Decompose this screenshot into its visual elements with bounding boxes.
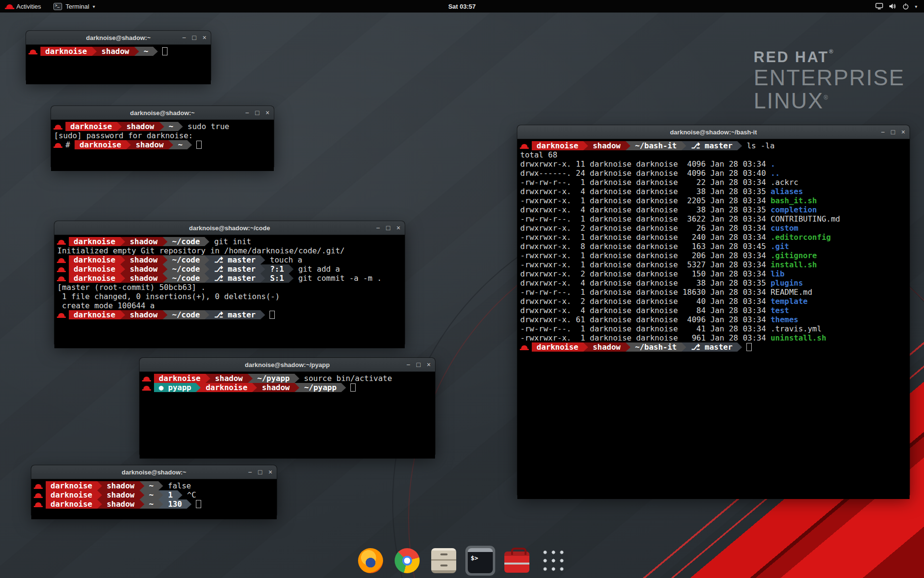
- terminal-text: -rw-rw-r--. 1 darknoise darknoise 18630 …: [520, 288, 812, 297]
- terminal-text: source bin/activate: [299, 374, 392, 383]
- dock-item-firefox[interactable]: [356, 546, 385, 576]
- prompt-user-segment: darknoise: [69, 310, 120, 319]
- maximize-button[interactable]: □: [255, 109, 259, 116]
- prompt-path-segment: ~: [139, 47, 154, 56]
- close-button[interactable]: ×: [269, 469, 272, 475]
- prompt-gitstatus-segment: S:1: [265, 274, 289, 283]
- titlebar[interactable]: darknoise@shadow:~/pyapp−□×: [140, 358, 435, 372]
- close-button[interactable]: ×: [397, 224, 400, 231]
- prompt-git-segment: ⎇ master: [209, 310, 260, 319]
- maximize-button[interactable]: □: [386, 224, 390, 231]
- prompt-host-segment: shadow: [210, 374, 248, 383]
- terminal-line: -rwxrwxr-x. 1 darknoise darknoise 206 Ja…: [520, 251, 907, 260]
- prompt-host-segment: shadow: [125, 310, 163, 319]
- titlebar[interactable]: darknoise@shadow:~/code−□×: [54, 221, 405, 235]
- prompt-user-segment: darknoise: [75, 140, 126, 149]
- terminal-text: [master (root-commit) 50bcb63] .: [57, 283, 205, 292]
- minimize-button[interactable]: −: [881, 129, 885, 135]
- powerline-separator: [163, 264, 167, 274]
- window-controls: −□×: [245, 106, 270, 119]
- terminal-line: darknoiseshadow~/code git init: [57, 237, 402, 246]
- terminal-text: git init: [209, 237, 251, 246]
- minimize-button[interactable]: −: [245, 109, 249, 116]
- dir-name: custom: [770, 223, 798, 233]
- close-button[interactable]: ×: [427, 361, 431, 368]
- maximize-button[interactable]: □: [192, 34, 196, 41]
- prompt-user-segment: darknoise: [46, 499, 97, 509]
- redhat-prompt-icon: [55, 143, 61, 147]
- titlebar[interactable]: darknoise@shadow:~−□×: [51, 106, 274, 120]
- powerline-separator: [205, 264, 209, 274]
- activities-label: Activities: [16, 3, 41, 10]
- redhat-prompt-icon: [35, 484, 41, 488]
- window-title: darknoise@shadow:~/code: [189, 224, 270, 232]
- terminal-text: git commit -a -m .: [294, 274, 382, 283]
- terminal-window-sudo: darknoise@shadow:~−□×darknoiseshadow~ su…: [51, 106, 274, 167]
- close-button[interactable]: ×: [266, 109, 270, 116]
- close-button[interactable]: ×: [203, 34, 206, 41]
- terminal-cursor: [196, 141, 202, 149]
- powerline-separator: [626, 141, 630, 150]
- power-icon[interactable]: [902, 3, 909, 10]
- terminal-content[interactable]: darknoiseshadow~: [26, 45, 211, 84]
- terminal-content[interactable]: darknoiseshadow~ sudo true[sudo] passwor…: [51, 120, 274, 171]
- terminal-line: -rw-rw-r--. 1 darknoise darknoise 3622 J…: [520, 214, 907, 223]
- dir-name: plugins: [770, 278, 803, 288]
- powerline-separator: [187, 499, 192, 509]
- maximize-button[interactable]: □: [416, 361, 420, 368]
- dir-name: lib: [770, 269, 784, 278]
- prompt-path-segment: ~/bash-it: [630, 141, 682, 150]
- minimize-button[interactable]: −: [376, 224, 380, 231]
- activities-button[interactable]: Activities: [0, 0, 47, 13]
- redhat-prompt-icon: [521, 345, 527, 349]
- dock-item-chrome[interactable]: [392, 546, 422, 576]
- powerline-separator: [163, 274, 167, 283]
- dock-item-toolbox[interactable]: [502, 546, 532, 576]
- minimize-button[interactable]: −: [182, 34, 186, 41]
- prompt-exitcode-segment: 130: [163, 499, 187, 509]
- titlebar[interactable]: darknoise@shadow:~−□×: [26, 31, 211, 45]
- maximize-button[interactable]: □: [891, 129, 895, 135]
- terminal-content[interactable]: darknoiseshadow~/code git initInitialize…: [54, 235, 405, 348]
- clock[interactable]: Sat 03:57: [448, 3, 475, 10]
- terminal-window-exitcodes: darknoise@shadow:~−□×darknoiseshadow~ fa…: [31, 465, 277, 515]
- desktop[interactable]: RED HAT® ENTERPRISE LINUX® darknoise@sha…: [0, 0, 924, 578]
- prompt-git-segment: ⎇ master: [686, 342, 737, 352]
- powerline-separator: [737, 141, 742, 150]
- chevron-down-icon[interactable]: ▾: [915, 4, 917, 9]
- titlebar[interactable]: darknoise@shadow:~−□×: [31, 465, 277, 479]
- system-status-area[interactable]: ▾: [869, 0, 924, 13]
- prompt-host-segment: shadow: [102, 490, 140, 499]
- prompt-host-segment: shadow: [257, 383, 295, 392]
- terminal-content[interactable]: darknoiseshadow~/bash-it⎇ master ls -lat…: [517, 139, 910, 499]
- terminal-text: drwxrwxr-x. 61 darknoise darknoise 4096 …: [520, 315, 770, 324]
- app-menu-terminal[interactable]: Terminal ▾: [47, 0, 101, 13]
- dock-item-grid[interactable]: [539, 546, 568, 576]
- prompt-path-segment: ~: [164, 122, 179, 131]
- display-icon[interactable]: [875, 3, 883, 10]
- redhat-prompt-icon: [35, 493, 41, 497]
- terminal-content[interactable]: darknoiseshadow~ falsedarknoiseshadow~1 …: [31, 479, 277, 519]
- maximize-button[interactable]: □: [258, 469, 262, 475]
- prompt-host-segment: shadow: [102, 481, 140, 490]
- terminal-content[interactable]: darknoiseshadow~/pyapp source bin/activa…: [140, 372, 435, 459]
- terminal-text: drwxrwxr-x. 2 darknoise darknoise 150 Ja…: [520, 269, 770, 278]
- powerline-separator: [583, 342, 588, 352]
- dock-item-terminal[interactable]: [465, 546, 495, 576]
- minimize-button[interactable]: −: [406, 361, 410, 368]
- volume-icon[interactable]: [889, 3, 897, 10]
- prompt-git-segment: ⎇ master: [209, 264, 260, 274]
- terminal-text: [sudo] password for darknoise:: [54, 131, 198, 140]
- dock-item-files[interactable]: [429, 546, 459, 576]
- terminal-line: -rw-rw-r--. 1 darknoise darknoise 22 Jan…: [520, 178, 907, 187]
- terminal-text: drwxrwxr-x. 4 darknoise darknoise 38 Jan…: [520, 187, 770, 196]
- powerline-separator: [120, 264, 125, 274]
- minimize-button[interactable]: −: [248, 469, 252, 475]
- window-title: darknoise@shadow:~: [122, 469, 186, 476]
- titlebar[interactable]: darknoise@shadow:~/bash-it−□×: [517, 125, 910, 139]
- terminal-line: darknoiseshadow~ sudo true: [54, 122, 271, 131]
- terminal-text: drwxrwxr-x. 2 darknoise darknoise 40 Jan…: [520, 297, 770, 306]
- window-controls: −□×: [881, 125, 905, 139]
- terminal-line: drwxrwxr-x. 2 darknoise darknoise 40 Jan…: [520, 297, 907, 306]
- close-button[interactable]: ×: [901, 129, 905, 135]
